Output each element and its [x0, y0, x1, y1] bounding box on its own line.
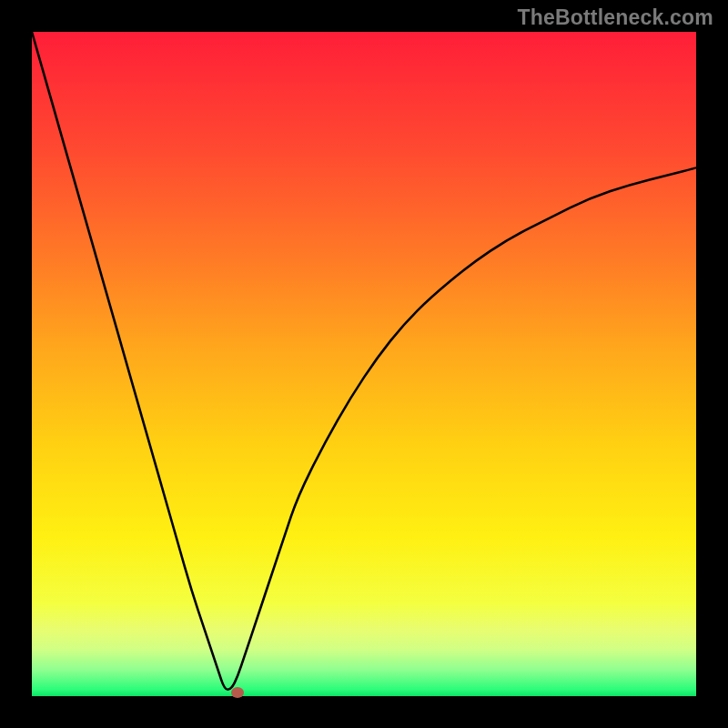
bottleneck-curve	[32, 32, 696, 696]
watermark-text: TheBottleneck.com	[517, 5, 713, 30]
chart-frame: TheBottleneck.com	[0, 0, 728, 728]
minimum-marker	[231, 687, 244, 698]
plot-area	[32, 32, 696, 696]
